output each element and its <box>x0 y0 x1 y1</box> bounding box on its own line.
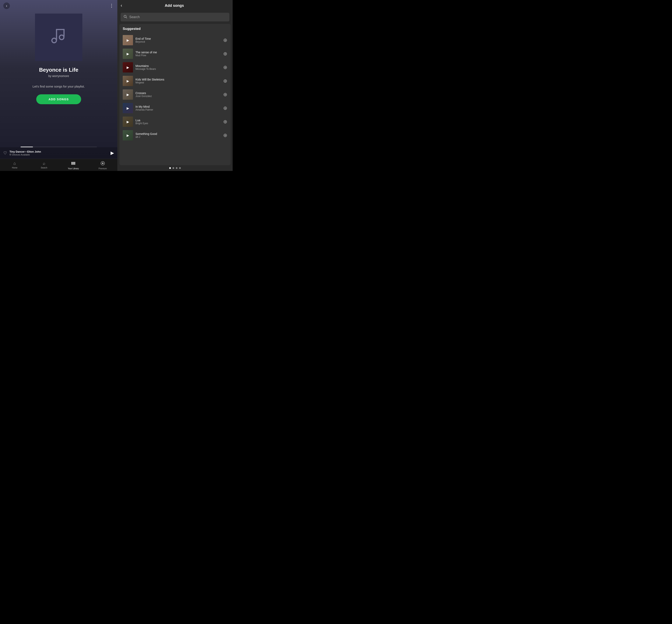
song-artist-sense-of-me: Mud Flow <box>135 54 221 57</box>
dot-4 <box>179 167 181 169</box>
svg-rect-5 <box>72 162 72 165</box>
suggested-label: Suggested <box>119 27 231 33</box>
song-item-lua[interactable]: ▶ Lua Bright Eyes ⊕ <box>119 115 231 129</box>
play-overlay-crosses: ▶ <box>123 89 133 100</box>
song-name-sense-of-me: The sense of me <box>135 51 221 54</box>
song-details-something-good: Something Good alt-J <box>135 132 221 138</box>
play-button[interactable]: ▶ <box>111 150 114 156</box>
song-item-crosses[interactable]: ▶ Crosses José González ⊕ <box>119 88 231 101</box>
play-overlay-mountains: ▶ <box>123 62 133 73</box>
song-name-end-of-time: End of Time <box>135 37 221 41</box>
song-details-lua: Lua Bright Eyes <box>135 119 221 125</box>
song-item-sense-of-me[interactable]: ▶ The sense of me Mud Flow ⊕ <box>119 47 231 60</box>
songs-list: Suggested ▶ End of Time Beyoncé ⊕ ▶ The … <box>119 24 231 165</box>
song-thumb-something-good: ▶ <box>123 130 133 140</box>
nav-item-home[interactable]: ⌂ Home <box>0 161 29 170</box>
add-button-kids-skeletons[interactable]: ⊕ <box>223 78 227 84</box>
home-icon: ⌂ <box>14 161 16 166</box>
dot-1 <box>169 167 171 169</box>
add-songs-button[interactable]: ADD SONGS <box>36 94 81 104</box>
svg-line-12 <box>126 17 127 18</box>
song-details-end-of-time: End of Time Beyoncé <box>135 37 221 43</box>
progress-fill <box>21 147 33 147</box>
search-placeholder: Search <box>129 15 140 19</box>
song-thumb-crosses: ▶ <box>123 89 133 100</box>
songs-container: ▶ End of Time Beyoncé ⊕ ▶ The sense of m… <box>119 33 231 142</box>
empty-message: Let's find some songs for your playlist. <box>32 84 85 88</box>
song-item-in-my-mind[interactable]: ▶ In My Mind Amanda Palmer ⊕ <box>119 101 231 115</box>
add-button-mountains[interactable]: ⊕ <box>223 64 227 70</box>
back-button-right[interactable]: ‹ <box>120 3 122 8</box>
song-name-something-good: Something Good <box>135 132 221 135</box>
nav-item-search[interactable]: ⌕ Search <box>29 161 59 170</box>
add-button-sense-of-me[interactable]: ⊕ <box>223 51 227 57</box>
svg-point-4 <box>59 35 64 40</box>
album-art <box>35 14 82 61</box>
right-header: ‹ Add songs <box>117 0 233 11</box>
play-overlay-in-my-mind: ▶ <box>123 103 133 113</box>
song-artist-in-my-mind: Amanda Palmer <box>135 108 221 111</box>
right-title: Add songs <box>125 3 223 8</box>
song-details-mountains: Mountains Message To Bears <box>135 64 221 71</box>
back-button[interactable]: ‹ <box>3 2 10 9</box>
device-icon: ⊟ <box>9 153 11 156</box>
play-overlay-end-of-time: ▶ <box>123 35 133 45</box>
search-bar[interactable]: Search <box>120 13 230 21</box>
song-name-lua: Lua <box>135 119 221 122</box>
add-button-lua[interactable]: ⊕ <box>223 119 227 125</box>
song-details-in-my-mind: In My Mind Amanda Palmer <box>135 105 221 111</box>
left-header: ‹ ⋮ <box>0 0 117 11</box>
dot-2 <box>172 167 174 169</box>
nav-label-home: Home <box>12 166 18 169</box>
svg-rect-7 <box>74 162 74 165</box>
add-button-end-of-time[interactable]: ⊕ <box>223 37 227 43</box>
dot-3 <box>176 167 178 169</box>
song-artist-mountains: Message To Bears <box>135 68 221 71</box>
heart-button[interactable]: ♡ <box>3 151 7 155</box>
now-playing-bar: ♡ Tiny Dancer • Elton John ⊟ Devices Ava… <box>0 147 117 159</box>
song-thumb-kids-skeletons: ▶ <box>123 76 133 86</box>
search-icon: ⌕ <box>43 161 45 166</box>
svg-point-10 <box>102 162 104 164</box>
play-overlay-sense-of-me: ▶ <box>123 49 133 59</box>
bottom-nav: ⌂ Home ⌕ Search Your Library <box>0 159 117 171</box>
svg-rect-6 <box>73 162 73 165</box>
song-artist-kids-skeletons: Mogwai <box>135 81 221 84</box>
song-thumb-in-my-mind: ▶ <box>123 103 133 113</box>
song-artist-end-of-time: Beyoncé <box>135 41 221 43</box>
play-overlay-lua: ▶ <box>123 116 133 127</box>
music-note-icon <box>47 26 70 49</box>
play-overlay-kids-skeletons: ▶ <box>123 76 133 86</box>
svg-rect-8 <box>75 162 75 165</box>
song-item-end-of-time[interactable]: ▶ End of Time Beyoncé ⊕ <box>119 33 231 47</box>
song-item-mountains[interactable]: ▶ Mountains Message To Bears ⊕ <box>119 60 231 74</box>
dot-indicators <box>117 165 233 171</box>
song-thumb-end-of-time: ▶ <box>123 35 133 45</box>
more-button[interactable]: ⋮ <box>109 3 114 8</box>
premium-icon <box>101 161 105 166</box>
song-artist-crosses: José González <box>135 95 221 98</box>
song-name-in-my-mind: In My Mind <box>135 105 221 108</box>
play-overlay-something-good: ▶ <box>123 130 133 140</box>
song-item-kids-skeletons[interactable]: ▶ Kids Will Be Skeletons Mogwai ⊕ <box>119 74 231 88</box>
playlist-title: Beyonce is Life <box>39 67 78 73</box>
right-panel: ‹ Add songs Search Suggested ▶ End of Ti… <box>117 0 233 171</box>
add-button-in-my-mind[interactable]: ⊕ <box>223 105 227 111</box>
song-thumb-sense-of-me: ▶ <box>123 49 133 59</box>
progress-bar[interactable] <box>21 147 97 147</box>
nav-item-premium[interactable]: Premium <box>88 161 117 170</box>
song-details-crosses: Crosses José González <box>135 92 221 98</box>
svg-rect-1 <box>56 29 65 30</box>
song-artist-lua: Bright Eyes <box>135 122 221 125</box>
song-thumb-lua: ▶ <box>123 116 133 127</box>
add-button-crosses[interactable]: ⊕ <box>223 92 227 97</box>
playlist-content: Beyonce is Life by worrynomore Let's fin… <box>0 11 117 147</box>
add-button-something-good[interactable]: ⊕ <box>223 132 227 138</box>
song-item-something-good[interactable]: ▶ Something Good alt-J ⊕ <box>119 129 231 142</box>
track-device: ⊟ Devices Available <box>9 153 111 156</box>
library-icon <box>71 161 76 166</box>
track-title: Tiny Dancer • Elton John <box>9 150 111 153</box>
nav-label-premium: Premium <box>99 167 107 170</box>
nav-item-library[interactable]: Your Library <box>59 161 88 170</box>
nav-label-search: Search <box>41 166 47 169</box>
